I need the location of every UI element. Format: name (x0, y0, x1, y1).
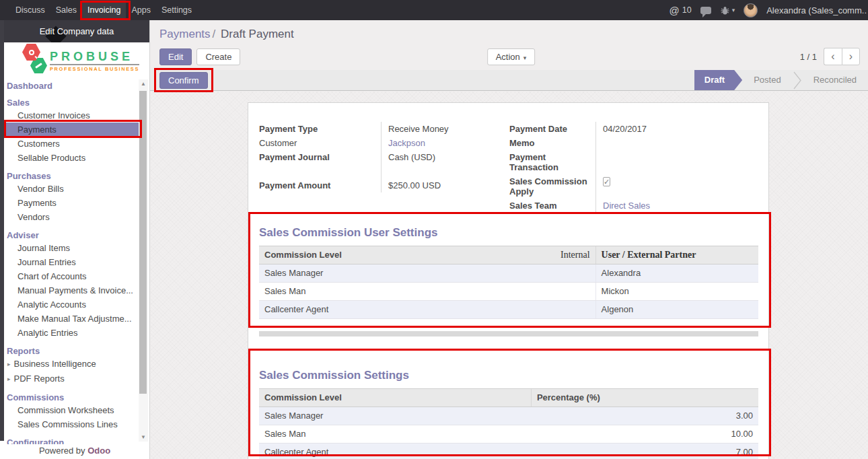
sidebar-section-commissions[interactable]: Commissions (0, 392, 149, 403)
expand-caret-icon: ▸ (7, 361, 11, 367)
create-button[interactable]: Create (196, 48, 240, 65)
sidebar-item-analytic-entries[interactable]: Analytic Entries (0, 326, 149, 340)
payment-date-label: Payment Date (509, 122, 595, 136)
column-header-commission-level[interactable]: Commission Level Internal (259, 246, 595, 264)
pager-next-button[interactable]: › (842, 48, 860, 65)
horizontal-scrollbar[interactable] (259, 331, 758, 337)
confirm-button[interactable]: Confirm (159, 72, 208, 89)
company-logo: PROBUSE PROFESSIONAL BUSINESS (0, 42, 149, 79)
mention-count: 10 (682, 5, 692, 15)
at-icon: @ (669, 5, 679, 16)
logo-subtitle: PROFESSIONAL BUSINESS (50, 67, 139, 72)
sidebar-section-purchases[interactable]: Purchases (0, 170, 149, 182)
sales-team-label: Sales Team (509, 199, 595, 213)
sidebar-scrollbar[interactable]: ▲ ▼ (139, 79, 148, 442)
scrollbar-thumb[interactable] (139, 91, 147, 394)
user-menu[interactable]: Alexandra (Sales_comm.. (766, 5, 867, 15)
form-group-left: Payment Type Receive Money Customer Jack… (259, 122, 509, 213)
user-settings-table: Commission Level Internal User / Externa… (259, 246, 758, 319)
sidebar-item-payments[interactable]: Payments (4, 122, 141, 137)
payment-type-label: Payment Type (259, 122, 381, 136)
user-settings-section: Sales Commission User Settings Commissio… (259, 226, 758, 337)
payment-type-value: Receive Money (381, 122, 509, 136)
edit-button[interactable]: Edit (159, 48, 192, 65)
sidebar-section-adviser[interactable]: Adviser (0, 229, 149, 241)
status-reconciled[interactable]: Reconciled (802, 70, 868, 90)
sales-team-link[interactable]: Direct Sales (603, 201, 650, 211)
status-draft[interactable]: Draft (694, 70, 742, 90)
sidebar-item-business-intelligence[interactable]: ▸Business Intelligence (0, 357, 149, 372)
user-avatar[interactable] (744, 3, 758, 17)
menu-sales[interactable]: Sales (50, 0, 82, 20)
breadcrumb-payments[interactable]: Payments (159, 28, 211, 40)
payment-amount-label: Payment Amount (259, 178, 381, 192)
commission-settings-title: Sales Commission Settings (259, 369, 758, 382)
table-row[interactable]: Sales Man Mickon (259, 283, 758, 301)
mention-counter[interactable]: @ 10 (669, 5, 691, 16)
payment-form-sheet: Payment Type Receive Money Customer Jack… (248, 102, 769, 459)
sidebar: Edit Company data PROBUSE PROFESSIONAL B… (0, 20, 150, 459)
menu-discuss[interactable]: Discuss (10, 0, 50, 20)
sidebar-item-customers[interactable]: Customers (0, 137, 149, 151)
sidebar-section-reports[interactable]: Reports (0, 345, 149, 357)
menu-apps[interactable]: Apps (126, 0, 156, 20)
sidebar-item-vendor-bills[interactable]: Vendor Bills (0, 182, 149, 196)
action-dropdown-button[interactable]: Action▾ (487, 48, 536, 65)
pager-previous-button[interactable]: ‹ (824, 48, 842, 65)
memo-label: Memo (509, 136, 595, 150)
sidebar-item-pdf-reports[interactable]: ▸PDF Reports (0, 372, 149, 386)
payment-transaction-label: Payment Transaction (509, 150, 595, 174)
form-statusbar: Confirm Draft Posted Reconciled (150, 70, 868, 91)
chevron-down-icon: ▾ (523, 55, 527, 61)
status-posted[interactable]: Posted (742, 70, 792, 90)
table-row[interactable]: Sales Manager Alexandra (259, 264, 758, 283)
memo-value (595, 136, 758, 150)
edit-company-banner[interactable]: Edit Company data (4, 20, 149, 42)
table-row[interactable]: Callcenter Agent 7.00 (259, 444, 758, 459)
payment-journal-label: Payment Journal (259, 150, 381, 164)
form-group-right: Payment Date 04/20/2017 Memo Payment Tra… (509, 122, 758, 213)
sidebar-item-sellable-products[interactable]: Sellable Products (0, 151, 149, 165)
sidebar-section-sales[interactable]: Sales (0, 97, 149, 108)
breadcrumb-separator: / (211, 28, 218, 40)
breadcrumb-current: Draft Payment (221, 28, 294, 40)
scroll-down-icon[interactable]: ▼ (139, 434, 148, 440)
sidebar-menu: Dashboard Sales Customer Invoices Paymen… (0, 79, 149, 448)
sidebar-item-chart-of-accounts[interactable]: Chart of Accounts (0, 269, 149, 283)
top-menu-bar: Discuss Sales Invoicing Apps Settings @ … (0, 0, 868, 20)
debug-menu[interactable]: ▾ (720, 6, 735, 15)
messages-icon[interactable] (700, 7, 711, 14)
sidebar-item-journal-entries[interactable]: Journal Entries (0, 255, 149, 269)
scroll-up-icon[interactable]: ▲ (139, 81, 148, 87)
sales-commission-apply-checkbox[interactable]: ✓ (603, 177, 610, 186)
table-row[interactable]: Sales Man 10.00 (259, 425, 758, 444)
menu-settings[interactable]: Settings (156, 0, 197, 20)
chevron-separator-icon (793, 71, 802, 90)
sidebar-item-vendors[interactable]: Vendors (0, 210, 149, 224)
sidebar-item-sales-commissions-lines[interactable]: Sales Commissions Lines (0, 417, 149, 431)
column-header-percentage[interactable]: Percentage (%) (531, 389, 758, 407)
sidebar-item-manual-payments-invoices[interactable]: Manual Payments & Invoice... (0, 283, 149, 297)
control-panel: Payments/ Draft Payment Edit Create Acti… (150, 20, 868, 70)
customer-label: Customer (259, 136, 381, 150)
status-widget: Draft Posted Reconciled (694, 70, 868, 90)
commission-settings-section: Sales Commission Settings Commission Lev… (259, 369, 758, 459)
column-header-user-external-partner[interactable]: User / External Partner (595, 246, 758, 264)
sidebar-item-journal-items[interactable]: Journal Items (0, 241, 149, 255)
table-row[interactable]: Sales Manager 3.00 (259, 407, 758, 425)
sidebar-section-dashboard[interactable]: Dashboard (0, 80, 149, 92)
logo-title: PROBUSE (50, 50, 139, 65)
menu-invoicing[interactable]: Invoicing (82, 0, 126, 20)
sidebar-item-analytic-accounts[interactable]: Analytic Accounts (0, 297, 149, 312)
sidebar-item-manual-tax-adjustment[interactable]: Make Manual Tax Adjustme... (0, 312, 149, 326)
column-header-commission-level[interactable]: Commission Level (259, 389, 531, 407)
pager-counter: 1 / 1 (800, 52, 817, 62)
systray: @ 10 ▾ Alexandra (Sales_comm.. (669, 0, 868, 20)
customer-link[interactable]: Jackpson (388, 138, 425, 148)
sidebar-item-commission-worksheets[interactable]: Commission Worksheets (0, 403, 149, 417)
user-settings-title: Sales Commission User Settings (259, 226, 758, 240)
sidebar-item-customer-invoices[interactable]: Customer Invoices (0, 108, 149, 122)
sidebar-item-vendor-payments[interactable]: Payments (0, 196, 149, 210)
odoo-brand[interactable]: Odoo (87, 446, 110, 456)
table-row[interactable]: Callcenter Agent Algenon (259, 301, 758, 319)
